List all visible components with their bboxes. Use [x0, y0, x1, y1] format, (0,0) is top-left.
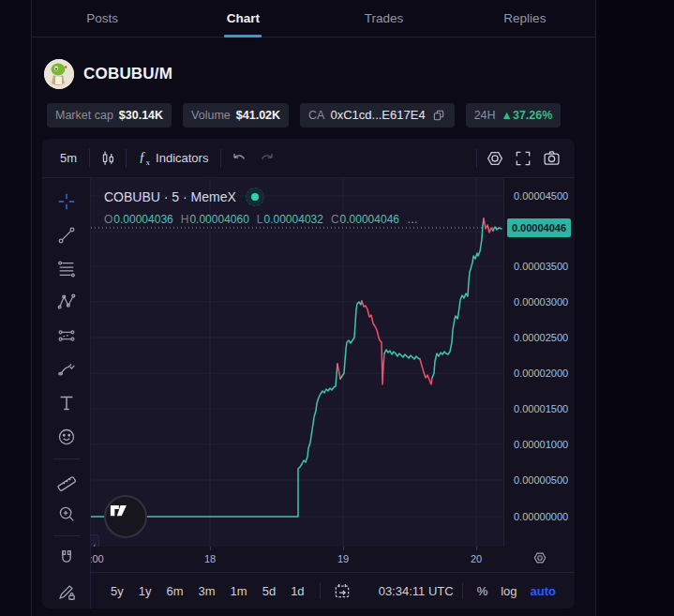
- fullscreen-icon: [514, 149, 532, 168]
- right-border: [595, 0, 596, 616]
- fx-icon: ƒx: [139, 149, 150, 167]
- xabcd-pattern-tool-button[interactable]: [51, 286, 82, 320]
- toolbar-separator: [476, 149, 477, 168]
- text-icon: [56, 393, 77, 413]
- zoom-in-tool-button[interactable]: [51, 498, 82, 532]
- clock-display[interactable]: 03:34:11 UTC: [379, 584, 454, 598]
- brush-tool-button[interactable]: [51, 353, 82, 386]
- prediction-tool-button[interactable]: [51, 319, 82, 353]
- undo-icon: [230, 149, 248, 168]
- price-pane[interactable]: COBUBU · 5 · MemeX O0.00004036 H0.000040…: [91, 178, 503, 547]
- xabcd-pattern-icon: [56, 292, 77, 312]
- indicators-label: Indicators: [156, 151, 208, 165]
- screenshot-button[interactable]: [537, 145, 565, 172]
- price-axis-label: 0.00002500: [514, 332, 568, 343]
- magnet-icon: [56, 548, 77, 568]
- stats-row: Market cap $30.14K Volume $41.02K CA 0xC…: [47, 103, 561, 128]
- measure-tool-button[interactable]: [51, 464, 82, 498]
- time-axis-label: 19: [337, 553, 349, 564]
- lock-drawings-button[interactable]: [51, 575, 82, 608]
- chart-widget: 5m ƒx Indicators: [42, 139, 575, 608]
- camera-icon: [542, 148, 562, 168]
- brush-icon: [56, 359, 77, 380]
- price-axis-label: 0.00000500: [514, 474, 568, 486]
- ohlc-low: L0.00004032: [257, 213, 323, 226]
- range-1y-button[interactable]: 1y: [132, 581, 158, 601]
- calendar-goto-icon: [333, 581, 352, 600]
- time-axis-tick: [476, 547, 477, 550]
- bottom-bar-separator: [462, 582, 463, 599]
- copy-icon[interactable]: [431, 108, 446, 123]
- tradingview-logo-glyph: [106, 497, 130, 521]
- log-scale-button[interactable]: log: [495, 582, 522, 600]
- price-axis[interactable]: 0.000045000.000035000.000030000.00002500…: [503, 178, 575, 547]
- change-24h-badge: 24H ▲37.26%: [466, 103, 562, 128]
- chart-settings-button[interactable]: [481, 145, 509, 172]
- auto-scale-button[interactable]: auto: [525, 582, 562, 600]
- emoji-tool-button[interactable]: [51, 420, 82, 454]
- volume-badge: Volume $41.02K: [183, 103, 289, 128]
- price-axis-label: 0.00004500: [514, 190, 568, 202]
- tab-trades[interactable]: Trades: [314, 0, 455, 37]
- chart-toolbar: 5m ƒx Indicators: [42, 139, 575, 178]
- ruler-icon: [56, 471, 77, 491]
- candlestick-icon: [98, 149, 117, 168]
- trend-line-tool-button[interactable]: [51, 218, 82, 252]
- toolbar-separator: [89, 149, 90, 168]
- price-axis-label: 0.00001500: [514, 403, 568, 414]
- chart-main-column: COBUBU · 5 · MemeX O0.00004036 H0.000040…: [91, 178, 575, 608]
- axis-settings-button[interactable]: [532, 549, 548, 570]
- legend-more: …: [407, 213, 419, 226]
- range-1m-button[interactable]: 1m: [224, 581, 254, 601]
- drawing-toolbar: [42, 178, 91, 608]
- redo-button[interactable]: [253, 145, 281, 172]
- range-5y-button[interactable]: 5y: [104, 581, 130, 601]
- gear-icon: [485, 148, 505, 169]
- market-cap-value: $30.14K: [119, 109, 163, 122]
- contract-address-badge[interactable]: CA 0xC1cd...E617E4: [300, 103, 455, 128]
- tab-replies[interactable]: Replies: [455, 0, 595, 37]
- left-border: [31, 0, 32, 616]
- tab-replies-label: Replies: [503, 11, 546, 25]
- tab-trades-label: Trades: [365, 11, 404, 25]
- ca-value: 0xC1cd...E617E4: [330, 109, 425, 122]
- token-avatar-image: [44, 59, 74, 89]
- crosshair-tool-button[interactable]: [51, 185, 82, 218]
- price-series-svg: [91, 178, 503, 547]
- tab-chart[interactable]: Chart: [172, 0, 313, 37]
- range-1d-button[interactable]: 1d: [284, 581, 310, 601]
- range-6m-button[interactable]: 6m: [159, 581, 189, 601]
- fullscreen-button[interactable]: [509, 145, 537, 172]
- toolbar-separator: [220, 149, 221, 168]
- ohlc-high: H0.00004060: [181, 213, 249, 226]
- range-3m-button[interactable]: 3m: [192, 581, 222, 601]
- right-margin: [596, 0, 674, 616]
- fib-lines-icon: [56, 259, 77, 279]
- indicators-button[interactable]: ƒx Indicators: [130, 144, 217, 172]
- page-title: COBUBU/M: [83, 65, 172, 83]
- gear-icon: [532, 549, 548, 566]
- chart-type-candles-button[interactable]: [94, 145, 122, 172]
- collapse-toolbar-button[interactable]: ‹: [91, 534, 99, 547]
- tools-divider: [53, 535, 80, 536]
- go-to-date-button[interactable]: [329, 581, 355, 600]
- chart-bottom-bar: 5y 1y 6m 3m 1m 5d 1d 03:34:11 UTC % log …: [91, 572, 575, 608]
- interval-button[interactable]: 5m: [52, 146, 85, 170]
- fib-retracement-tool-button[interactable]: [51, 252, 82, 286]
- price-axis-label: 0.00002000: [514, 368, 568, 379]
- ohlc-close: C0.00004046: [331, 213, 399, 226]
- smiley-icon: [56, 427, 77, 447]
- market-cap-badge: Market cap $30.14K: [47, 103, 172, 128]
- undo-button[interactable]: [225, 145, 253, 172]
- range-5d-button[interactable]: 5d: [256, 581, 282, 601]
- time-axis[interactable]: 6:00181920: [91, 547, 575, 572]
- magnet-mode-button[interactable]: [51, 541, 82, 575]
- chart-legend: COBUBU · 5 · MemeX O0.00004036 H0.000040…: [104, 188, 419, 226]
- trend-line-icon: [56, 225, 77, 246]
- percent-scale-button[interactable]: %: [472, 582, 494, 600]
- tradingview-logo[interactable]: [104, 495, 147, 538]
- tab-posts[interactable]: Posts: [32, 0, 172, 37]
- ca-label: CA: [308, 109, 324, 122]
- text-tool-button[interactable]: [51, 386, 82, 420]
- last-price-tag: 0.00004046: [507, 218, 571, 237]
